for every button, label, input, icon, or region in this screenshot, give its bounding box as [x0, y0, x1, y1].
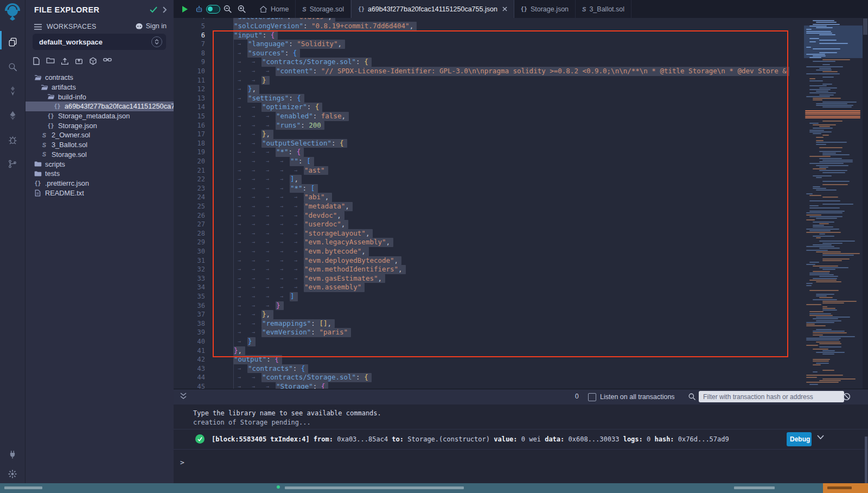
minimap-line	[806, 375, 843, 376]
terminal-scrollbar-thumb[interactable]	[865, 437, 867, 483]
search-icon[interactable]	[688, 393, 696, 401]
minimap-line	[813, 226, 833, 227]
minimap-line	[806, 212, 843, 213]
transaction-row[interactable]: [block:5583405 txIndex:4] from: 0xa03...…	[174, 429, 868, 450]
chevron-right-icon[interactable]	[163, 7, 167, 13]
editor-scrollbar-track[interactable]	[863, 18, 868, 389]
tree-item-3-ballot-sol[interactable]: S3_Ballot.sol	[25, 140, 174, 150]
tab-whitespace-arrow: →	[294, 274, 297, 283]
tab-whitespace-arrow: →	[252, 58, 255, 67]
minimap-line	[816, 189, 837, 191]
upload-folder-icon[interactable]	[75, 57, 83, 65]
tab-whitespace-arrow: →	[294, 265, 297, 274]
file-explorer-icon	[8, 37, 18, 47]
tab-a69b43f277ba20fcac141151250ca755-json[interactable]: {}a69b43f277ba20fcac141151250ca755.json	[351, 0, 514, 18]
minimap-line	[813, 361, 829, 362]
clear-console-icon[interactable]	[843, 393, 851, 401]
code-line-38: 38→→"remappings": [],	[174, 319, 789, 328]
minimap-line	[822, 258, 850, 260]
minimap-line	[809, 200, 840, 201]
minimap-line	[806, 322, 834, 323]
editor-scrollbar-thumb[interactable]	[863, 18, 867, 35]
zoom-in-icon[interactable]	[234, 0, 248, 18]
tab-storage-json[interactable]: {}Storage.json	[514, 0, 576, 18]
minimap-line	[822, 59, 850, 60]
open-file-tabs: HomeSStorage.sol{}a69b43f277ba20fcac1411…	[253, 0, 631, 18]
status-alert-segment[interactable]	[823, 483, 868, 493]
tab-whitespace-arrow: →	[238, 67, 241, 76]
sidebar-item-settings[interactable]	[0, 463, 25, 485]
tree-item-build-info[interactable]: build-info	[25, 92, 174, 102]
sidebar-item-plugin-manager[interactable]	[0, 444, 25, 465]
minimap-line	[806, 345, 818, 346]
sign-in-button[interactable]: Sign in	[135, 22, 167, 30]
tab-whitespace-arrow: →	[294, 202, 297, 211]
sidebar-item-deploy-run[interactable]	[0, 104, 25, 126]
hamburger-menu-icon[interactable]	[34, 24, 42, 30]
tree-item-scripts[interactable]: scripts	[25, 159, 174, 169]
zoom-out-icon[interactable]	[220, 0, 234, 18]
minimap-line	[813, 359, 830, 360]
chevron-down-icon[interactable]	[817, 435, 824, 440]
tree-item-contracts[interactable]: contracts	[25, 73, 174, 83]
sidebar-item-debugger[interactable]	[0, 129, 25, 150]
sidebar-item-solidity-compiler[interactable]	[0, 80, 25, 102]
minimap-line	[822, 184, 848, 185]
workspace-select[interactable]: default_workspace	[33, 34, 166, 50]
sidebar-item-search[interactable]	[0, 56, 25, 78]
code-text: ],	[290, 175, 302, 184]
new-folder-icon[interactable]	[46, 57, 55, 65]
minimap-line	[809, 262, 819, 263]
tree-item-storage-sol[interactable]: SStorage.sol	[25, 150, 174, 160]
listen-all-transactions-checkbox[interactable]	[588, 393, 596, 401]
minimap-line	[819, 94, 834, 96]
minimap-line	[816, 140, 824, 141]
tree-item-readme-txt[interactable]: README.txt	[25, 188, 174, 198]
tab-whitespace-arrow: →	[238, 130, 241, 139]
tab-whitespace-arrow: →	[252, 301, 255, 311]
ipfs-box-icon[interactable]	[89, 57, 97, 65]
expand-terminal-icon[interactable]	[180, 392, 187, 400]
remix-ai-robot-icon[interactable]	[192, 0, 206, 18]
minimap-line	[805, 117, 860, 118]
upload-file-icon[interactable]	[61, 57, 69, 65]
minimap-line	[806, 250, 828, 251]
link-icon[interactable]	[103, 57, 112, 65]
tab-whitespace-arrow: →	[266, 202, 269, 211]
minimap-line	[806, 232, 841, 233]
close-tab-icon[interactable]	[502, 7, 507, 11]
transaction-filter-input[interactable]	[699, 391, 844, 402]
tree-item-a69b43f277ba20fcac141151250ca7-[interactable]: {}a69b43f277ba20fcac141151250ca7...	[25, 102, 174, 111]
sidebar-item-file-explorer[interactable]	[0, 31, 25, 53]
terminal-output[interactable]: Type the library name to see available c…	[174, 404, 868, 483]
tree-item--prettierrc-json[interactable]: {}.prettierrc.json	[25, 179, 174, 188]
remix-logo-icon	[3, 3, 22, 21]
copilot-toggle[interactable]	[206, 0, 220, 18]
new-file-icon[interactable]	[33, 57, 40, 65]
tab-whitespace-arrow: →	[294, 256, 297, 266]
run-script-button[interactable]	[178, 0, 192, 18]
tab-whitespace-arrow: →	[238, 337, 241, 346]
tree-item-2-owner-sol[interactable]: S2_Owner.sol	[25, 130, 174, 140]
minimap[interactable]	[804, 18, 863, 389]
tree-item-artifacts[interactable]: artifacts	[25, 83, 174, 92]
github-icon	[135, 23, 143, 30]
tab-whitespace-arrow: →	[238, 85, 241, 94]
tree-item-storage-metadata-json[interactable]: {}Storage_metadata.json	[25, 111, 174, 121]
tree-item-storage-json[interactable]: {}Storage.json	[25, 121, 174, 130]
tree-item-tests[interactable]: tests	[25, 169, 174, 179]
minimap-line	[809, 85, 827, 86]
tab-3-ballot-sol[interactable]: S3_Ballot.sol	[576, 0, 631, 18]
tab-whitespace-arrow: →	[252, 310, 255, 319]
tab-storage-sol[interactable]: SStorage.sol	[296, 0, 351, 18]
sidebar-item-git[interactable]	[0, 153, 25, 175]
code-line-15: 15→→→"enabled": false,	[174, 112, 789, 121]
line-number: 16	[174, 121, 205, 130]
debug-button[interactable]: Debug	[787, 432, 812, 446]
tab-whitespace-arrow: →	[252, 148, 255, 157]
minimap-line	[809, 131, 832, 132]
code-area[interactable]: 4"solcVersion": "0.8.19",5"solcLongVersi…	[174, 18, 789, 389]
code-line-25: 25→→→→→"metadata",	[174, 202, 789, 211]
tab-whitespace-arrow: →	[280, 166, 283, 175]
tab-home[interactable]: Home	[253, 0, 296, 18]
